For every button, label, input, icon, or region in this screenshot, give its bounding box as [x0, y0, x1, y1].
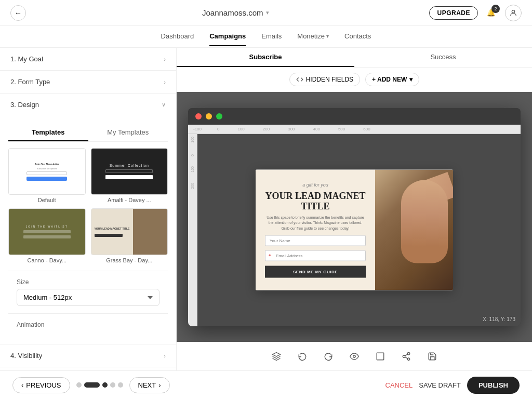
- design-content: Templates My Templates Join Our Newslett…: [0, 116, 176, 344]
- notifications-button[interactable]: 🔔 2: [483, 5, 500, 21]
- tab-templates[interactable]: Templates: [8, 124, 88, 141]
- svg-point-5: [403, 355, 405, 358]
- browser-dot-maximize: [216, 113, 222, 119]
- undo-button[interactable]: [294, 348, 311, 365]
- template-grass[interactable]: YOUR LEAD MAGNET TITLE Grass Bay - Day..…: [91, 208, 168, 263]
- chevron-right-icon: ›: [164, 56, 166, 62]
- user-icon: [509, 9, 517, 17]
- template-grass-thumb: YOUR LEAD MAGNET TITLE: [91, 209, 168, 255]
- bottom-bar: ‹ PREVIOUS NEXT › CANCEL SAVE DRAFT PUBL…: [0, 370, 532, 399]
- svg-point-0: [512, 10, 514, 12]
- upgrade-button[interactable]: UPGRADE: [429, 6, 478, 20]
- ruler-horizontal: -100 0 100 200 300 400 500 600: [188, 125, 521, 134]
- animation-label: Animation: [17, 321, 159, 328]
- sidebar-section-design-header[interactable]: 3. Design ∨: [0, 94, 176, 116]
- steps-indicator: [76, 382, 123, 388]
- form-title: YOUR LEAD MAGNET TITLE: [265, 190, 366, 211]
- step-dot-1: [76, 382, 82, 388]
- svg-point-6: [407, 358, 410, 361]
- form-submit-button[interactable]: SEND ME MY GUIDE: [265, 266, 366, 278]
- nav-item-campaigns[interactable]: Campaigns: [209, 27, 246, 46]
- notification-badge: 2: [491, 5, 500, 13]
- template-default[interactable]: Join Our Newsletter Subscribe for update…: [8, 148, 86, 203]
- template-grass-label: Grass Bay - Day...: [91, 257, 168, 263]
- nav-item-dashboard[interactable]: Dashboard: [161, 27, 194, 46]
- svg-line-8: [405, 354, 407, 356]
- svg-point-4: [407, 353, 410, 355]
- panel-tab-subscribe[interactable]: Subscribe: [177, 48, 354, 67]
- browser-dot-minimize: [206, 113, 212, 119]
- form-description: Use this space to briefly summarize the …: [265, 215, 366, 231]
- crop-button[interactable]: [371, 348, 389, 365]
- nav-item-monetize[interactable]: Monetize ▾: [297, 27, 329, 46]
- crop-icon: [376, 352, 385, 361]
- main-nav: Dashboard Campaigns Emails Monetize ▾ Co…: [0, 26, 532, 48]
- preview-button[interactable]: [345, 348, 363, 365]
- site-name[interactable]: Joannamoss.com ▾: [202, 8, 269, 17]
- size-select[interactable]: Medium - 512px Small - 400px Large - 700…: [17, 289, 159, 306]
- layers-icon: [272, 352, 281, 361]
- sidebar-section-goal: 1. My Goal ›: [0, 48, 176, 71]
- chevron-down-icon: ▾: [409, 76, 413, 83]
- chevron-right-icon: ›: [164, 79, 166, 85]
- top-bar: ← Joannamoss.com ▾ UPGRADE 🔔 2: [0, 0, 532, 26]
- step-dot-3: [102, 382, 108, 388]
- template-default-label: Default: [8, 197, 86, 203]
- back-button[interactable]: ←: [10, 5, 26, 21]
- nav-item-contacts[interactable]: Contacts: [344, 27, 371, 46]
- form-email-input[interactable]: [265, 250, 366, 261]
- step-dot-4: [110, 382, 115, 388]
- save-icon: [428, 352, 437, 361]
- chevron-right-icon: ›: [164, 353, 166, 359]
- previous-button[interactable]: ‹ PREVIOUS: [12, 377, 70, 393]
- templates-grid: Join Our Newsletter Subscribe for update…: [8, 148, 168, 263]
- size-label: Size: [17, 278, 159, 286]
- tab-my-templates[interactable]: My Templates: [88, 124, 168, 141]
- sidebar: 1. My Goal › 2. Form Type › 3. Design ∨ …: [0, 48, 177, 370]
- template-tabs: Templates My Templates: [8, 124, 168, 142]
- save-button[interactable]: [423, 348, 441, 365]
- redo-button[interactable]: [320, 348, 337, 365]
- back-icon: ←: [15, 9, 22, 17]
- sidebar-section-design-label: 3. Design: [10, 101, 39, 109]
- eye-icon: [350, 352, 359, 361]
- panel-tab-success[interactable]: Success: [354, 48, 532, 67]
- sidebar-section-goal-header[interactable]: 1. My Goal ›: [0, 48, 176, 70]
- bottom-left: ‹ PREVIOUS NEXT ›: [12, 377, 170, 393]
- browser-dot-close: [195, 113, 202, 119]
- cancel-button[interactable]: CANCEL: [385, 381, 413, 389]
- right-panel: Subscribe Success HIDDEN FIELDS + ADD NE…: [177, 48, 532, 370]
- user-profile-button[interactable]: [505, 5, 522, 21]
- sidebar-section-visibility-header[interactable]: 4. Visibility ›: [0, 344, 176, 367]
- share-icon: [402, 352, 411, 361]
- sidebar-section-form-type-header[interactable]: 2. Form Type ›: [0, 71, 176, 93]
- layers-button[interactable]: [268, 348, 285, 365]
- form-name-input[interactable]: [265, 235, 366, 246]
- canvas-toolbar: [177, 342, 532, 370]
- template-amalfi-thumb: Summer Collection: [91, 149, 168, 194]
- hidden-fields-button[interactable]: HIDDEN FIELDS: [289, 73, 360, 86]
- add-new-button[interactable]: + ADD NEW ▾: [365, 73, 419, 86]
- share-button[interactable]: [397, 348, 415, 365]
- sidebar-section-goal-label: 1. My Goal: [10, 55, 43, 63]
- template-canno[interactable]: JOIN THE WAITLIST Canno - Davy...: [8, 208, 86, 263]
- form-left-panel: a gift for you YOUR LEAD MAGNET TITLE Us…: [256, 169, 375, 290]
- save-draft-button[interactable]: SAVE DRAFT: [419, 381, 461, 389]
- main-content: 1. My Goal › 2. Form Type › 3. Design ∨ …: [0, 48, 532, 370]
- sidebar-section-success-header[interactable]: 5. Success ›: [0, 367, 176, 370]
- browser-window: -100 0 100 200 300 400 500 600 -100 0 10…: [188, 108, 521, 326]
- top-bar-actions: UPGRADE 🔔 2: [429, 5, 522, 21]
- next-button[interactable]: NEXT ›: [129, 377, 170, 393]
- face-decoration: [401, 180, 448, 263]
- step-dot-2: [84, 382, 100, 388]
- template-amalfi-label: Amalfi - Davey ...: [91, 197, 168, 203]
- size-section: Size Medium - 512px Small - 400px Large …: [8, 271, 168, 313]
- chevron-left-icon: ‹: [21, 381, 23, 389]
- panel-tabs: Subscribe Success: [177, 48, 532, 68]
- template-canno-thumb: JOIN THE WAITLIST: [9, 209, 85, 255]
- panel-toolbar: HIDDEN FIELDS + ADD NEW ▾: [177, 68, 532, 92]
- template-amalfi[interactable]: Summer Collection Amalfi - Davey ...: [91, 148, 168, 203]
- nav-item-emails[interactable]: Emails: [261, 27, 282, 46]
- publish-button[interactable]: PUBLISH: [467, 377, 520, 394]
- form-preview: a gift for you YOUR LEAD MAGNET TITLE Us…: [256, 169, 453, 290]
